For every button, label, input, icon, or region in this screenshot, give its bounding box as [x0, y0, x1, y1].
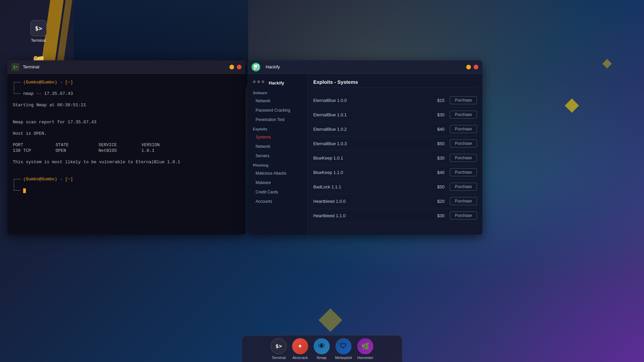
- taskbar-metasploit[interactable]: 🛡 Metasploit: [335, 338, 352, 360]
- terminal-desktop-icon[interactable]: $> Terminal: [25, 20, 52, 43]
- exploit-price-5: $40: [424, 170, 444, 175]
- bg-glow-right: [443, 228, 644, 362]
- terminal-vulnerable-note: This system is most likely to be vulnera…: [13, 160, 240, 165]
- purchase-btn-8[interactable]: Purchase: [450, 212, 477, 220]
- exploit-price-2: $40: [424, 127, 444, 132]
- terminal-cursor: [23, 188, 26, 193]
- hackify-sidebar: Hackify Sofware Network Password Crackin…: [248, 74, 308, 235]
- exploit-price-1: $30: [424, 112, 444, 117]
- sidebar-item-accounts[interactable]: Accounts: [248, 197, 308, 206]
- hackify-title-text: Hackify: [266, 64, 280, 69]
- sofware-section-label: Sofware: [248, 88, 308, 96]
- sidebar-item-credit-cards[interactable]: Credit Cards: [248, 187, 308, 197]
- purchase-btn-0[interactable]: Purchase: [450, 96, 477, 104]
- hackify-sidebar-title: Hackify: [269, 80, 284, 85]
- hackify-body: Hackify Sofware Network Password Crackin…: [248, 74, 482, 235]
- exploit-name-0: EternalBlue 1.0.0: [313, 98, 424, 103]
- exploit-price-7: $20: [424, 199, 444, 204]
- purchase-btn-5[interactable]: Purchase: [450, 168, 477, 176]
- taskbar: $> Terminal ✦ Airocrack 👁 Nmap 🛡 Metaspl…: [241, 335, 402, 362]
- terminal-line-1: ┌── (Gumbo@Gumbo) - [~]: [13, 80, 240, 85]
- exploit-row-6: BadLock 1.1.1 $50 Purchase: [313, 180, 477, 194]
- terminal-window-controls: [229, 65, 241, 69]
- hackify-minimize-btn[interactable]: [466, 65, 471, 69]
- hackify-window-controls: [466, 65, 478, 69]
- exploit-row-2: EternalBlue 1.0.2 $40 Purchase: [313, 122, 477, 136]
- terminal-cursor-row: └──: [13, 188, 240, 193]
- bg-diamond1: [565, 99, 579, 113]
- taskbar-nmap[interactable]: 👁 Nmap: [314, 338, 330, 360]
- purchase-btn-3[interactable]: Purchase: [450, 139, 477, 147]
- taskbar-airocrack-label: Airocrack: [292, 356, 308, 360]
- terminal-prompt1: (Gumbo@Gumbo) - [~]: [23, 80, 73, 85]
- terminal-cursor-line: │: [13, 182, 240, 187]
- purchase-btn-4[interactable]: Purchase: [450, 154, 477, 162]
- terminal-close-btn[interactable]: [237, 65, 241, 69]
- phishing-section-label: Phishing: [248, 161, 308, 169]
- purchase-btn-2[interactable]: Purchase: [450, 125, 477, 133]
- terminal-table-row: 130 TCP OPEN NetBIOS 1.0.1: [13, 148, 240, 153]
- exploit-price-8: $30: [424, 213, 444, 218]
- taskbar-nmap-icon: 👁: [314, 338, 330, 354]
- terminal-table-header: PORT STATE SERVICE VERSION: [13, 142, 240, 147]
- bg-diamond2: [602, 59, 612, 68]
- sidebar-item-malware[interactable]: Malware: [248, 178, 308, 187]
- exploit-name-8: Heartbleed 1.1.0: [313, 213, 424, 218]
- sidebar-item-exploits-network[interactable]: Network: [248, 142, 308, 151]
- purchase-btn-6[interactable]: Purchase: [450, 183, 477, 191]
- terminal-cmd1: nmap -- 17.35.67.43: [23, 91, 73, 96]
- sidebar-item-exploits-servers[interactable]: Servers: [248, 151, 308, 161]
- terminal-line-3: └── nmap -- 17.35.67.43: [13, 91, 240, 96]
- terminal-blank5: [13, 137, 240, 142]
- exploit-row-3: EternalBlue 1.0.3 $50 Purchase: [313, 136, 477, 151]
- purchase-btn-7[interactable]: Purchase: [450, 197, 477, 205]
- taskbar-harvester[interactable]: 🌿 Harvester: [357, 338, 373, 360]
- terminal-blank2: [13, 108, 240, 113]
- terminal-prompt2-line: ┌── (Gumbo@Gumbo) - [~]: [13, 177, 240, 182]
- terminal-icon: $>: [11, 63, 19, 71]
- taskbar-terminal[interactable]: $> Terminal: [271, 338, 287, 360]
- exploit-list: EternalBlue 1.0.0 $15 Purchase EternalBl…: [313, 93, 477, 223]
- hackify-dots: Hackify: [248, 78, 308, 87]
- terminal-window: $> Terminal ┌── (Gumbo@Gumbo) - [~] │ └─…: [7, 60, 246, 235]
- hackify-titlebar[interactable]: 📊 Hackify: [248, 60, 482, 74]
- exploit-name-1: EternalBlue 1.0.1: [313, 112, 424, 117]
- terminal-desktop-icon-img: $>: [31, 20, 47, 36]
- terminal-blank1: [13, 97, 240, 102]
- terminal-nmap-report: Nmap scan report for 17.35.67.43: [13, 120, 240, 125]
- taskbar-metasploit-label: Metasploit: [335, 356, 352, 360]
- terminal-body[interactable]: ┌── (Gumbo@Gumbo) - [~] │ └── nmap -- 17…: [7, 74, 246, 235]
- terminal-minimize-btn[interactable]: [229, 65, 234, 69]
- hackify-content: Exploits - Systems EternalBlue 1.0.0 $15…: [308, 74, 482, 235]
- sidebar-item-exploits-systems[interactable]: Systems: [248, 132, 308, 142]
- exploit-name-3: EternalBlue 1.0.3: [313, 141, 424, 146]
- sidebar-item-network-sofware[interactable]: Network: [248, 96, 308, 106]
- terminal-blank4: [13, 125, 240, 130]
- taskbar-harvester-icon: 🌿: [357, 338, 373, 354]
- taskbar-metasploit-icon: 🛡: [335, 338, 352, 354]
- terminal-title-text: Terminal: [23, 64, 39, 69]
- exploit-name-2: EternalBlue 1.0.2: [313, 127, 424, 132]
- sidebar-item-malicious-attacks[interactable]: Malicious Attacks: [248, 169, 308, 178]
- terminal-blank8: [13, 171, 240, 176]
- hackify-window: 📊 Hackify Hackify Sofware Network Passwo…: [248, 60, 482, 235]
- dot2: [257, 80, 260, 83]
- dot3: [262, 80, 264, 83]
- terminal-prompt2: (Gumbo@Gumbo) - [~]: [23, 177, 73, 182]
- sidebar-item-password-cracking[interactable]: Password Cracking: [248, 106, 308, 115]
- terminal-desktop-label: Terminal: [31, 38, 46, 43]
- content-title: Exploits - Systems: [313, 79, 477, 88]
- terminal-nmap-start: Starting Nmap at 06:38:51:21: [13, 103, 240, 108]
- exploit-price-0: $15: [424, 98, 444, 103]
- terminal-titlebar[interactable]: $> Terminal: [7, 60, 246, 74]
- exploits-section-label: Exploits: [248, 124, 308, 132]
- taskbar-airocrack[interactable]: ✦ Airocrack: [292, 338, 308, 360]
- hackify-close-btn[interactable]: [474, 65, 478, 69]
- exploit-row-5: BlueKeep 1.1.0 $40 Purchase: [313, 165, 477, 180]
- taskbar-nmap-label: Nmap: [317, 356, 326, 360]
- terminal-blank3: [13, 114, 240, 119]
- dot1: [253, 80, 256, 83]
- hackify-icon: 📊: [252, 63, 260, 71]
- sidebar-item-penetration-test[interactable]: Penetration Test: [248, 115, 308, 124]
- purchase-btn-1[interactable]: Purchase: [450, 111, 477, 119]
